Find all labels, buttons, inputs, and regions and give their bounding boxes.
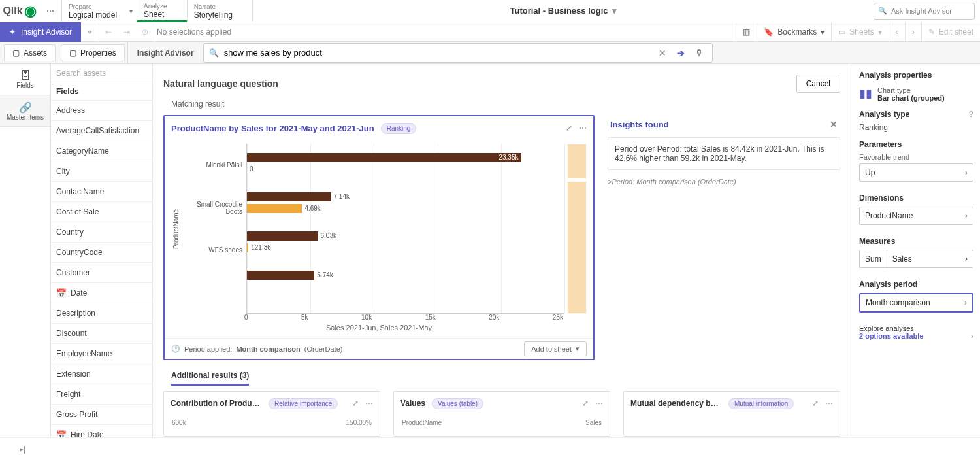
insight-advisor-button[interactable]: ✦ Insight Advisor	[0, 22, 81, 42]
cancel-button[interactable]: Cancel	[796, 75, 840, 93]
explore-analyses-button[interactable]: Explore analyses 2 options available›	[859, 324, 973, 340]
asset-field-item[interactable]: Country	[51, 222, 152, 243]
measure-agg[interactable]: Sum	[859, 250, 887, 268]
assets-toggle[interactable]: ▢ Assets	[4, 44, 56, 61]
nav-tab-small: Narrate	[194, 3, 233, 10]
bar-segment[interactable]	[247, 271, 314, 280]
database-icon: 🗄	[20, 70, 31, 82]
bar-segment[interactable]	[247, 231, 318, 241]
bar-chart-plot[interactable]: 23.35k07.14k4.69k6.03k121.365.74k	[246, 144, 564, 314]
search-icon: 🔍	[878, 7, 887, 15]
help-icon[interactable]: ?	[969, 110, 973, 119]
properties-toggle[interactable]: ▢ Properties	[61, 44, 125, 61]
asset-field-label: Hire Date	[71, 430, 104, 437]
rail-fields[interactable]: 🗄 Fields	[0, 64, 50, 95]
additional-result-card[interactable]: Contribution of Product... Relative impo…	[163, 391, 380, 437]
asset-field-item[interactable]: Cost of Sale	[51, 202, 152, 222]
link-icon: 🔗	[19, 101, 32, 114]
edit-sheet-button[interactable]: ✎ Edit sheet	[921, 22, 980, 42]
measure-field[interactable]: Sales ›	[887, 250, 973, 268]
asset-field-item[interactable]: CountryCode	[51, 243, 152, 263]
asset-field-item[interactable]: 📅Hire Date	[51, 425, 152, 437]
additional-result-card[interactable]: Values Values (table) ⤢ ⋯ ProductName Sa…	[393, 391, 610, 437]
app-logo: Qlik◉	[0, 0, 39, 22]
x-tick-label: 15k	[425, 314, 436, 321]
pencil-icon: ✎	[928, 27, 935, 37]
asset-field-item[interactable]: CategoryName	[51, 141, 152, 161]
bar-segment[interactable]	[247, 153, 521, 162]
additional-results-tab[interactable]: Additional results (3)	[171, 371, 249, 386]
close-icon[interactable]: ✕	[830, 119, 838, 129]
app-title[interactable]: Tutorial - Business logic ▾	[253, 6, 874, 16]
asset-field-item[interactable]: Gross Profit	[51, 405, 152, 425]
open-panel-icon[interactable]: ▸|	[20, 445, 25, 454]
asset-field-item[interactable]: Freight	[51, 384, 152, 405]
chart-minimap[interactable]	[567, 144, 587, 314]
no-selections-label: No selections applied	[157, 27, 231, 37]
rail-master-items[interactable]: 🔗 Master items	[0, 95, 50, 127]
analysis-period-label: Analysis period	[859, 280, 973, 289]
asset-field-label: Gross Profit	[56, 410, 97, 419]
prev-sheet-button[interactable]: ‹	[889, 22, 905, 42]
asset-field-item[interactable]: Address	[51, 101, 152, 121]
add-to-sheet-button[interactable]: Add to sheet ▾	[524, 341, 587, 356]
panel-icon: ▢	[12, 48, 20, 58]
asset-field-label: CategoryName	[56, 146, 109, 156]
nav-tab-big: Sheet	[144, 10, 167, 19]
smart-search-icon[interactable]: ⌖	[81, 22, 99, 42]
nav-tab-prepare[interactable]: Prepare Logical model ▾	[61, 0, 137, 22]
clear-icon[interactable]: ✕	[656, 48, 669, 58]
next-sheet-button[interactable]: ›	[905, 22, 921, 42]
asset-field-item[interactable]: Discount	[51, 324, 152, 344]
ask-insight-input[interactable]: 🔍 Ask Insight Advisor	[874, 3, 975, 20]
expand-icon[interactable]: ⤢	[566, 124, 572, 133]
asset-field-label: Discount	[56, 329, 87, 338]
bar-segment[interactable]	[247, 204, 302, 213]
bar-segment[interactable]	[247, 243, 248, 252]
asset-field-item[interactable]: Customer	[51, 263, 152, 283]
asset-field-item[interactable]: City	[51, 161, 152, 182]
chevron-down-icon: ▾	[821, 27, 825, 37]
nav-tab-analyze[interactable]: Analyze Sheet	[137, 0, 187, 22]
expand-icon[interactable]: ⤢	[582, 399, 589, 408]
mic-icon[interactable]: 🎙	[693, 48, 707, 58]
measures-label: Measures	[859, 237, 973, 246]
more-icon[interactable]: ⋯	[365, 399, 373, 408]
global-menu-icon[interactable]: ⋯	[39, 0, 61, 22]
bar-value-label: 6.03k	[321, 232, 336, 239]
asset-field-label: Cost of Sale	[56, 207, 99, 216]
asset-field-item[interactable]: Extension	[51, 364, 152, 384]
measure-select[interactable]: Sum Sales ›	[859, 250, 973, 268]
search-assets-input[interactable]: Search assets	[51, 64, 152, 82]
asset-field-item[interactable]: 📅Date	[51, 283, 152, 303]
expand-icon[interactable]: ⤢	[352, 399, 359, 408]
asset-field-item[interactable]: EmployeeName	[51, 344, 152, 364]
additional-result-card[interactable]: Mutual dependency bet... Mutual informat…	[623, 391, 840, 437]
more-icon[interactable]: ⋯	[595, 399, 603, 408]
analysis-period-select[interactable]: Month comparison›	[859, 293, 973, 313]
asset-field-item[interactable]: Description	[51, 303, 152, 324]
bookmarks-button[interactable]: 🔖 Bookmarks ▾	[757, 22, 831, 42]
asset-field-item[interactable]: ContactName	[51, 182, 152, 202]
additional-sub-right: Sales	[585, 419, 602, 426]
nav-tab-narrate[interactable]: Narrate Storytelling	[187, 0, 253, 22]
nlq-input[interactable]	[224, 48, 651, 58]
additional-card-title: Contribution of Product...	[171, 399, 262, 408]
submit-icon[interactable]: ➔	[674, 48, 687, 58]
x-axis-title: Sales 2021-Jun, Sales 2021-May	[171, 324, 587, 331]
dimension-select[interactable]: ProductName›	[859, 207, 973, 225]
nlq-search-bar[interactable]: 🔍 ✕ ➔ 🎙	[203, 43, 713, 63]
selections-tool-icon[interactable]: ▥	[736, 22, 757, 42]
expand-icon[interactable]: ⤢	[812, 399, 819, 408]
step-forward-icon[interactable]: ⇥	[118, 22, 136, 42]
clear-selections-icon[interactable]: ⊘	[136, 22, 154, 42]
step-back-icon[interactable]: ⇤	[99, 22, 118, 42]
more-icon[interactable]: ⋯	[825, 399, 833, 408]
sheets-button[interactable]: ▭ Sheets ▾	[831, 22, 888, 42]
asset-field-item[interactable]: AverageCallSatisfaction	[51, 121, 152, 141]
fav-trend-select[interactable]: Up›	[859, 163, 973, 182]
chevron-right-icon: ›	[964, 298, 967, 307]
chevron-right-icon: ›	[965, 254, 968, 263]
more-icon[interactable]: ⋯	[579, 124, 587, 133]
bar-segment[interactable]	[247, 192, 331, 201]
